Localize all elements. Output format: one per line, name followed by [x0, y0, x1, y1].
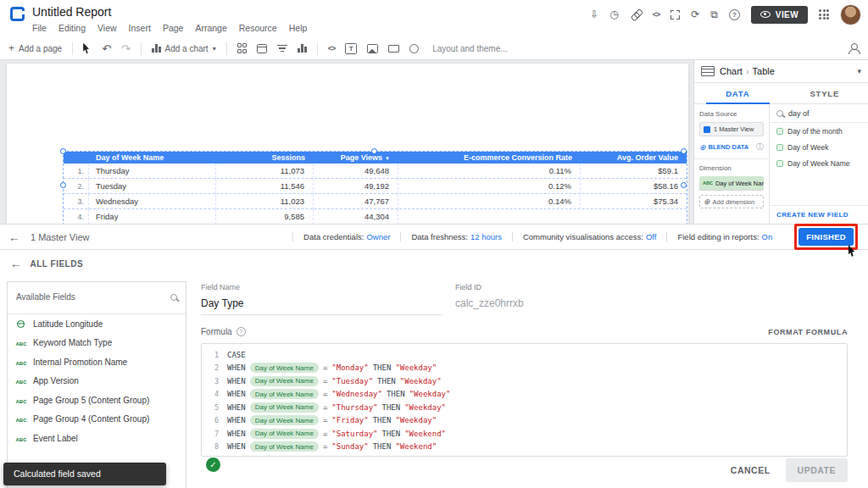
data-source-chip[interactable]: 1 Master View [699, 122, 764, 136]
menu-item[interactable]: Editing [58, 23, 86, 33]
field-list-item[interactable]: Keyword Match Type [8, 334, 186, 353]
layout-theme-button[interactable]: Layout and theme... [432, 44, 507, 53]
all-fields-back-button[interactable]: ← ALL FIELDS [10, 258, 83, 269]
apps-grid-icon[interactable] [819, 9, 829, 19]
menu-item[interactable]: Resource [239, 23, 277, 33]
available-field-item[interactable]: Day of Week Name [770, 155, 868, 171]
info-icon[interactable]: ⓘ [756, 141, 764, 152]
panel-tab[interactable]: STYLE [782, 83, 868, 103]
menu-item[interactable]: File [32, 23, 47, 33]
cell-order-value: $59.1 [581, 164, 687, 179]
selection-handle[interactable] [60, 182, 66, 188]
selection-handle[interactable] [371, 148, 377, 154]
add-dimension-button[interactable]: ⊕Add dimension [699, 195, 764, 208]
table-column-header[interactable]: Day of Week Name [89, 153, 216, 162]
history-icon[interactable]: ◷ [609, 9, 618, 19]
datasource-setting[interactable]: Community visualisations access:Off [512, 232, 667, 241]
circle-icon[interactable] [409, 44, 419, 53]
sidebar-header: Available Fields [8, 282, 186, 314]
url-embed-icon[interactable]: <> [328, 45, 336, 53]
table-row: 1. Thursday 11,073 49,648 0.11% $59.1 [64, 164, 687, 179]
selection-handle[interactable] [681, 148, 687, 154]
formula-editor[interactable]: 1 CASE 2 WHEN Day of Week Name = [201, 343, 848, 457]
menu-item[interactable]: Arrange [195, 23, 226, 33]
search-icon[interactable] [170, 294, 177, 301]
datasource-setting[interactable]: Field editing in reports:On [666, 232, 782, 241]
field-list-item[interactable]: Page Group 5 (Content Group) [8, 391, 186, 410]
chart-type-breadcrumb[interactable]: Chart›Table [720, 66, 775, 76]
cell-day: Tuesday [89, 179, 216, 194]
field-id-value: calc_zze0hrrxb [455, 297, 650, 315]
add-page-button[interactable]: +Add a page [8, 42, 62, 54]
datasource-setting[interactable]: Data freshness:12 hours [400, 232, 512, 241]
redo-icon[interactable]: ↷ [121, 43, 131, 54]
text-box-icon[interactable]: T [345, 43, 357, 54]
data-studio-logo-icon[interactable] [10, 7, 25, 21]
panel-tab[interactable]: DATA [694, 83, 782, 103]
table-column-header[interactable]: Avg. Order Value [581, 153, 687, 162]
avatar[interactable] [840, 4, 861, 25]
table-column-header[interactable]: Sessions [216, 153, 314, 162]
report-page[interactable]: Day of Week Name Sessions Page Views▼ E-… [7, 64, 688, 224]
field-list-item[interactable]: Latitude Longitude [8, 314, 186, 334]
undo-icon[interactable]: ↶ [102, 43, 111, 54]
line-number: 7 [202, 430, 219, 438]
date-range-icon[interactable] [257, 44, 267, 53]
cancel-button[interactable]: CANCEL [731, 465, 771, 475]
field-search-input[interactable]: day of [770, 104, 868, 123]
table-column-header[interactable]: E-commerce Conversion Rate [398, 153, 581, 162]
embed-icon[interactable]: <> [653, 11, 660, 19]
report-title[interactable]: Untitled Report [32, 5, 111, 19]
community-visualizations-icon[interactable] [237, 43, 248, 53]
create-new-field-button[interactable]: CREATE NEW FIELD [770, 205, 868, 224]
add-person-icon[interactable] [848, 43, 860, 53]
selection-handle[interactable] [681, 182, 687, 188]
link-icon[interactable] [627, 6, 644, 23]
dimension-chip[interactable]: ABC Day of Week Name [699, 176, 764, 190]
copy-icon[interactable]: ⧉ [710, 9, 718, 19]
chevron-down-icon[interactable]: ▾ [857, 67, 861, 75]
field-list-item[interactable]: Page Group 4 (Content Group) [8, 410, 186, 430]
table-row: 3. Wednesday 11,023 47,767 0.14% $75.34 [64, 194, 687, 209]
text-field-type-icon: ABC [703, 180, 713, 186]
format-formula-button[interactable]: FORMAT FORMULA [768, 328, 848, 336]
field-chip: Day of Week Name [250, 402, 319, 413]
finished-button[interactable]: FINISHED [798, 228, 854, 246]
field-list-item[interactable]: App Version [8, 372, 186, 391]
fullscreen-icon[interactable] [670, 10, 680, 19]
image-icon[interactable] [367, 44, 378, 53]
selection-handle[interactable] [60, 148, 66, 154]
available-fields-sidebar: Available Fields Latitude Longitude Keyw… [7, 281, 186, 488]
refresh-icon[interactable]: ⟳ [691, 9, 699, 19]
menu-item[interactable]: Page [163, 23, 184, 33]
blend-data-button[interactable]: ⊕BLEND DATA [699, 143, 748, 152]
filter-icon[interactable] [277, 45, 287, 53]
field-list-item[interactable]: Internal Promotion Name [8, 352, 186, 372]
datasource-setting[interactable]: Data credentials:Owner [292, 232, 400, 241]
rectangle-icon[interactable] [388, 45, 399, 53]
field-type-icon [14, 376, 28, 385]
cell-page-views: 49,192 [314, 179, 398, 194]
menu-item[interactable]: Help [289, 23, 308, 33]
line-number: 4 [202, 390, 219, 398]
table-column-header[interactable]: Page Views▼ [314, 153, 398, 162]
cell-sessions: 9,585 [216, 209, 314, 224]
download-icon[interactable]: ⇩ [590, 9, 598, 19]
menu-item[interactable]: View [97, 23, 117, 33]
data-control-icon[interactable] [298, 44, 307, 53]
table-chart[interactable]: Day of Week Name Sessions Page Views▼ E-… [64, 152, 687, 224]
add-chart-button[interactable]: Add a chart ▾ [152, 44, 216, 53]
select-tool-icon[interactable] [83, 43, 92, 54]
available-field-item[interactable]: Day of the month [770, 123, 868, 139]
canvas-workspace[interactable]: Day of Week Name Sessions Page Views▼ E-… [0, 60, 693, 224]
back-arrow-icon[interactable]: ← [8, 231, 20, 243]
update-button[interactable]: UPDATE [786, 458, 848, 482]
line-number: 1 [202, 351, 219, 359]
help-icon[interactable]: ? [729, 9, 740, 20]
help-icon[interactable]: ? [236, 327, 246, 336]
field-name-input[interactable]: Day Type [201, 297, 442, 315]
field-list-item[interactable]: Event Label [8, 429, 186, 448]
available-field-item[interactable]: Day of Week [770, 139, 868, 155]
view-button[interactable]: VIEW [751, 6, 808, 24]
menu-item[interactable]: Insert [129, 23, 151, 33]
